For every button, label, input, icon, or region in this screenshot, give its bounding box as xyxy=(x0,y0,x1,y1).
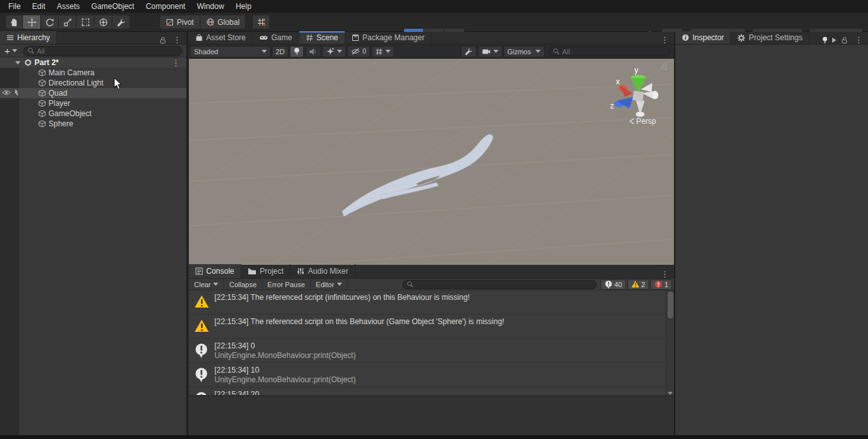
grid-visibility-dropdown[interactable] xyxy=(371,46,394,57)
tab-hierarchy[interactable]: Hierarchy xyxy=(0,31,57,44)
hierarchy-item-player[interactable]: Player xyxy=(0,98,186,108)
gameobject-cube-icon xyxy=(38,89,46,97)
lightbulb-icon[interactable] xyxy=(822,36,828,44)
lock-icon[interactable] xyxy=(159,36,167,44)
hierarchy-item-label: Sphere xyxy=(49,119,73,128)
menu-component[interactable]: Component xyxy=(140,1,191,12)
tab-console[interactable]: Console xyxy=(189,264,241,278)
hierarchy-item-main-camera[interactable]: Main Camera xyxy=(0,68,186,78)
info-filter-toggle[interactable]: 40 xyxy=(601,279,626,290)
kebab-menu-icon[interactable] xyxy=(169,59,183,67)
play-arrow-icon[interactable] xyxy=(832,37,837,43)
globe-icon xyxy=(206,18,214,26)
collapse-label: Collapse xyxy=(229,281,257,288)
tab-scene[interactable]: Scene xyxy=(299,31,345,44)
eye-slash-icon xyxy=(351,48,360,55)
unity-editor-window: File Edit Assets GameObject Component Wi… xyxy=(0,0,868,439)
kebab-menu-icon[interactable] xyxy=(658,270,671,278)
collapse-button[interactable]: Collapse xyxy=(224,279,262,290)
projection-toggle[interactable]: Persp xyxy=(629,117,656,126)
scale-tool-icon xyxy=(63,18,72,27)
warning-filter-toggle[interactable]: 2 xyxy=(627,279,649,290)
custom-tool-button[interactable] xyxy=(112,15,130,29)
hierarchy-item-quad[interactable]: Quad xyxy=(0,88,186,98)
log-entry-info[interactable]: [22:15:34] 20 xyxy=(189,387,674,396)
lighting-toggle[interactable] xyxy=(290,46,304,57)
menu-window[interactable]: Window xyxy=(191,1,230,12)
orientation-gizmo[interactable]: y x z xyxy=(604,64,668,120)
menu-assets[interactable]: Assets xyxy=(51,1,86,12)
scene-search-input[interactable] xyxy=(562,48,666,56)
draw-mode-dropdown[interactable]: Shaded xyxy=(190,46,271,57)
hidden-objects-toggle[interactable]: 0 xyxy=(347,46,370,57)
add-object-button[interactable]: + xyxy=(3,45,19,56)
error-pause-button[interactable]: Error Pause xyxy=(262,279,311,290)
tab-project[interactable]: Project xyxy=(241,264,290,278)
log-message: [22:15:34] The referenced script (infini… xyxy=(214,292,661,302)
2d-label: 2D xyxy=(276,48,285,56)
inspector-panel: Inspector Project Settings xyxy=(674,32,868,435)
pivot-toggle[interactable]: Pivot xyxy=(160,15,200,29)
scene-pickability-icon[interactable] xyxy=(13,89,20,96)
console-filter-badges: 40 2 1 xyxy=(597,279,675,290)
menu-file[interactable]: File xyxy=(3,1,26,12)
console-scrollbar[interactable] xyxy=(666,290,674,396)
hierarchy-item-directional-light[interactable]: Directional Light xyxy=(0,78,186,88)
rect-tool-button[interactable] xyxy=(77,15,94,29)
lock-icon[interactable] xyxy=(841,36,848,44)
curve-mesh xyxy=(342,135,493,216)
console-search-input[interactable] xyxy=(416,281,592,288)
hierarchy-item-label: Quad xyxy=(49,89,67,98)
kebab-menu-icon[interactable] xyxy=(852,36,865,44)
editor-dropdown[interactable]: Editor xyxy=(311,279,348,290)
log-entry-info[interactable]: [22:15:34] 10 UnityEngine.MonoBehaviour:… xyxy=(189,363,674,387)
kebab-menu-icon[interactable] xyxy=(658,36,671,44)
scale-tool-button[interactable] xyxy=(59,15,77,29)
hierarchy-item-gameobject[interactable]: GameObject xyxy=(0,108,186,119)
tab-inspector[interactable]: Inspector xyxy=(675,31,731,44)
hierarchy-search-input[interactable] xyxy=(37,47,178,55)
2d-toggle[interactable]: 2D xyxy=(272,46,288,57)
scene-tools-button[interactable] xyxy=(461,46,477,57)
menu-edit[interactable]: Edit xyxy=(26,1,51,12)
hierarchy-item-sphere[interactable]: Sphere xyxy=(0,119,186,129)
scroll-down-arrow-icon[interactable] xyxy=(668,392,673,395)
effects-dropdown[interactable] xyxy=(322,46,346,57)
gizmo-center-cube[interactable] xyxy=(632,91,644,101)
move-tool-button[interactable] xyxy=(23,15,41,29)
grid-snap-button[interactable] xyxy=(252,15,270,29)
tab-asset-store[interactable]: Asset Store xyxy=(189,31,253,44)
foldout-expanded-icon[interactable] xyxy=(15,61,20,64)
rotate-tool-button[interactable] xyxy=(41,15,59,29)
scene-header-row[interactable]: Part 2* xyxy=(0,57,186,68)
scene-camera-dropdown[interactable] xyxy=(478,46,502,57)
log-entry-info[interactable]: [22:15:34] 0 UnityEngine.MonoBehaviour:p… xyxy=(189,339,674,363)
transform-tool-button[interactable] xyxy=(94,15,112,29)
hierarchy-tabbar: Hierarchy xyxy=(0,32,186,45)
clear-button[interactable]: Clear xyxy=(189,279,224,290)
tab-audio-mixer[interactable]: Audio Mixer xyxy=(290,264,355,278)
scene-visibility-eye-icon[interactable] xyxy=(2,89,11,96)
scene-viewport[interactable]: y x z Persp xyxy=(189,59,674,265)
audio-toggle[interactable] xyxy=(305,46,321,57)
scrollbar-thumb[interactable] xyxy=(668,292,673,318)
log-entry-warning[interactable]: [22:15:34] The referenced script (infini… xyxy=(189,290,674,315)
log-entry-warning[interactable]: [22:15:34] The referenced script on this… xyxy=(189,315,674,339)
hierarchy-item-label: Player xyxy=(49,99,70,108)
tab-label: Project Settings xyxy=(749,33,802,42)
gizmos-dropdown[interactable]: Gizmos xyxy=(504,46,544,57)
menu-help[interactable]: Help xyxy=(230,1,257,12)
kebab-menu-icon[interactable] xyxy=(170,36,184,44)
hand-tool-button[interactable] xyxy=(5,15,23,29)
tab-game[interactable]: Game xyxy=(253,31,299,44)
menu-gameobject[interactable]: GameObject xyxy=(86,1,140,12)
tab-project-settings[interactable]: Project Settings xyxy=(731,31,809,44)
log-stacktrace: UnityEngine.MonoBehaviour:print(Object) xyxy=(214,375,661,385)
chevron-down-icon xyxy=(337,283,342,286)
tab-label: Console xyxy=(206,267,234,276)
tab-package-manager[interactable]: Package Manager xyxy=(345,31,431,44)
tab-label: Project xyxy=(260,267,283,276)
axis-y-cone[interactable] xyxy=(631,78,646,93)
error-filter-toggle[interactable]: 1 xyxy=(650,279,672,290)
global-toggle[interactable]: Global xyxy=(200,15,246,29)
